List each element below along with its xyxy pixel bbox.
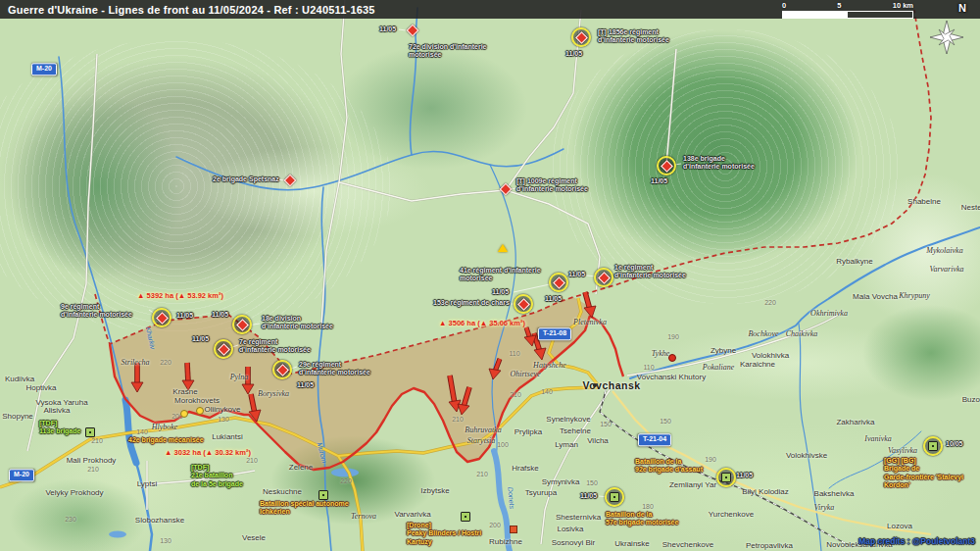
place-label: Lozova xyxy=(887,522,912,531)
ukrainian-unit-marker xyxy=(318,490,328,500)
russian-unit-marker xyxy=(409,26,417,35)
russian-unit-label: 2e brigade Spetsnaz xyxy=(213,175,279,183)
russian-unit-marker xyxy=(549,273,568,292)
place-label: Mali Prokhody xyxy=(67,456,117,466)
place-label: Vovchanski Khutory xyxy=(637,373,706,382)
elevation-label: 210 xyxy=(91,437,103,445)
russian-unit-label: [T] 1009e régiment d'infanterie motorisé… xyxy=(516,177,588,194)
map-canvas: 72e division d'infanterie motorisée11/05… xyxy=(0,0,980,551)
captured-area-label: ▲ 3032 ha (▲ 30.32 km²) xyxy=(165,448,251,457)
place-label: Khrypuny xyxy=(899,291,930,301)
scale-tick-5: 5 xyxy=(837,1,841,10)
road-shield: M-20 xyxy=(31,63,57,75)
russian-unit-marker xyxy=(286,176,295,185)
unit-date-label: 11/05 xyxy=(568,271,585,278)
russian-unit-marker xyxy=(214,339,233,359)
place-label: Viryka xyxy=(814,503,835,513)
unit-date-label: 10/05 xyxy=(946,440,963,448)
elevation-label: 220 xyxy=(160,359,172,367)
ukrainian-unit-label: Bataillon de la 92e brigade d'assaut xyxy=(635,458,703,475)
place-label: Okhrimivka xyxy=(810,309,848,319)
ukrainian-unit-label: [GG] [BG] Brigade de Garde-frontière 'St… xyxy=(884,457,963,490)
russian-unit-icon xyxy=(236,319,249,331)
russian-unit-icon xyxy=(218,343,230,356)
place-label: Lukiantsi xyxy=(212,432,243,442)
ukrainian-unit-marker xyxy=(716,468,736,487)
scale-bar: 0 5 10 km xyxy=(782,1,913,19)
place-label: Pletenivka xyxy=(573,318,607,327)
captured-area-label: ▲ 5392 ha (▲ 53.92 km²) xyxy=(137,291,223,300)
russian-unit-icon xyxy=(500,183,513,196)
place-label: Sosnovyi Bir xyxy=(552,538,595,548)
elevation-label: 140 xyxy=(136,428,148,436)
place-label: Ohirtseve xyxy=(510,370,540,379)
ukrainian-unit-label: 42e brigade mécanisée xyxy=(128,436,204,444)
russian-unit-icon xyxy=(661,160,673,173)
ukrainian-unit-icon xyxy=(721,473,731,482)
elevation-label: 190 xyxy=(705,456,716,464)
unit-date-label: 11/05 xyxy=(492,288,509,296)
elevation-label: 100 xyxy=(497,441,509,449)
ukrainian-unit-marker xyxy=(605,487,624,507)
place-label: Varvarivka xyxy=(394,510,430,520)
place-label: Rybalkyne xyxy=(836,257,872,267)
scale-tick-10km: 10 km xyxy=(893,1,913,10)
russian-unit-marker xyxy=(571,27,591,47)
ukrainian-unit-icon xyxy=(318,490,328,500)
place-label: Petropavlivka xyxy=(746,541,793,551)
elevation-label: 210 xyxy=(452,416,464,424)
place-label: Tsyurupa xyxy=(525,488,557,498)
ukrainian-unit-icon xyxy=(928,441,938,451)
russian-unit-label: 29e régiment d'infanterie motorisée xyxy=(299,361,370,377)
road-shield: T-21-04 xyxy=(638,433,671,446)
place-label: Tykhe xyxy=(652,349,670,359)
place-label: Yurchenkove xyxy=(709,510,754,520)
place-label: Borysivka xyxy=(258,389,289,399)
compass-rose xyxy=(930,21,963,54)
place-label: Varvarivka xyxy=(929,265,963,275)
place-label: Pylna xyxy=(230,373,249,382)
place-label: Bochkove xyxy=(748,329,778,339)
ukrainian-unit-icon xyxy=(461,512,470,522)
place-label: Lyman xyxy=(555,440,578,450)
ukrainian-unit-label: [TDF] 113e brigade xyxy=(39,420,80,436)
map-credits: Map credits : @Pouletvolant3 xyxy=(858,536,975,546)
place-label: Symynivka xyxy=(542,477,580,487)
elevation-label: 210 xyxy=(246,457,258,465)
russian-unit-marker xyxy=(232,315,252,334)
elevation-label: 230 xyxy=(65,516,76,524)
place-label: Shevchenkove xyxy=(662,540,713,550)
red-dot xyxy=(668,354,676,362)
place-label: Tsehelne xyxy=(560,426,591,436)
ukrainian-unit-icon xyxy=(85,427,95,437)
place-label: Bilyi Kolodiaz xyxy=(742,487,789,497)
road-shield: M-20 xyxy=(9,469,34,481)
place-label: Prylipka xyxy=(514,427,542,437)
russian-unit-icon xyxy=(156,312,169,325)
place-label: Pokaliane xyxy=(703,363,734,373)
road-shield: T-21-08 xyxy=(538,327,571,340)
compass: N xyxy=(958,2,966,14)
ukrainian-unit-marker xyxy=(85,427,95,437)
place-label: Vilcha xyxy=(587,436,609,446)
place-label: Synelnykove xyxy=(546,415,590,425)
place-label: Starytsia xyxy=(467,436,495,446)
ukrainian-unit-label: [Drone] Peaky Blinders / Hostri Kartuzy xyxy=(407,522,481,546)
unit-date-label: 11/05 xyxy=(176,312,193,320)
russian-unit-label: 7e régiment d'infanterie motorisée xyxy=(239,338,311,355)
place-label: Nesterne xyxy=(961,203,980,213)
place-label: Volokhivske xyxy=(786,451,827,461)
russian-unit-marker xyxy=(152,308,172,327)
place-label: Zemlianyi Yar xyxy=(669,480,716,490)
place-label: Ivanivka xyxy=(864,434,892,444)
place-label: Strilecha xyxy=(122,358,150,368)
elevation-label: 130 xyxy=(218,416,229,424)
scale-fill xyxy=(783,12,848,18)
elevation-label: 150 xyxy=(660,418,671,426)
place-label: Mala Vovcha xyxy=(853,292,898,302)
bridge-marker xyxy=(510,526,517,533)
place-label: Shesternivka xyxy=(556,513,601,523)
captured-area-label: ▲ 3506 ha (▲ 35.06 km²) xyxy=(439,319,525,327)
place-label: Mykolaivka xyxy=(926,246,962,256)
scale-tick-0: 0 xyxy=(782,1,786,10)
